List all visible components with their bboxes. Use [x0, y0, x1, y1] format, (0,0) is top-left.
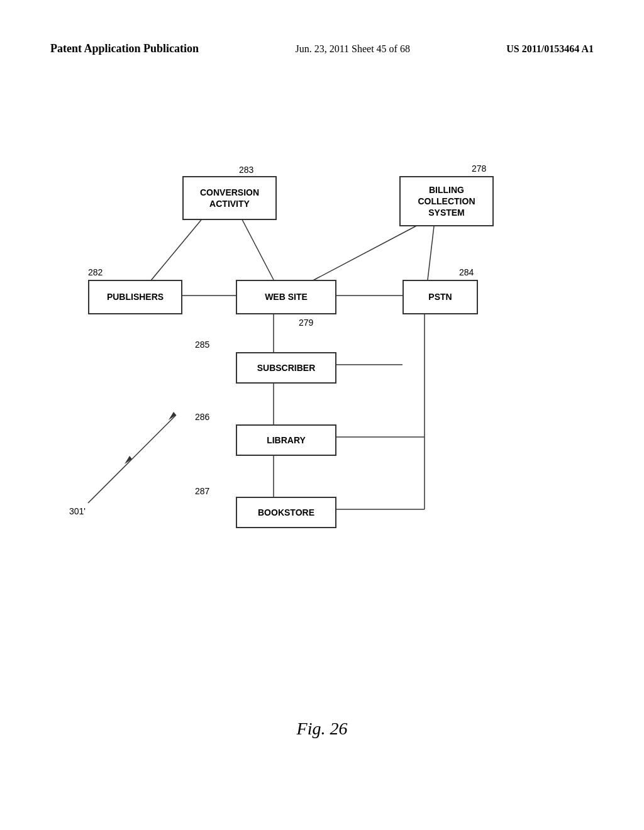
- conversion-activity-label: CONVERSIONACTIVITY: [200, 187, 259, 209]
- ref-278: 278: [472, 163, 486, 174]
- ref-287: 287: [195, 486, 209, 496]
- library-box: LIBRARY: [236, 424, 336, 456]
- ref-282: 282: [88, 267, 103, 277]
- library-label: LIBRARY: [267, 434, 306, 446]
- diagram: CONVERSIONACTIVITY 283 BILLINGCOLLECTION…: [50, 126, 591, 629]
- conversion-activity-box: CONVERSIONACTIVITY: [182, 176, 277, 220]
- sheet-info: Jun. 23, 2011 Sheet 45 of 68: [295, 43, 410, 55]
- pstn-label: PSTN: [428, 291, 452, 302]
- svg-line-14: [88, 459, 132, 503]
- billing-collection-label: BILLINGCOLLECTIONSYSTEM: [418, 184, 475, 219]
- website-box: WEB SITE: [236, 280, 336, 314]
- svg-line-5: [148, 214, 206, 284]
- ref-283: 283: [239, 165, 253, 175]
- publishers-box: PUBLISHERS: [88, 280, 182, 314]
- publication-title: Patent Application Publication: [50, 42, 199, 55]
- svg-line-15: [132, 415, 176, 459]
- subscriber-label: SUBSCRIBER: [257, 362, 316, 374]
- website-label: WEB SITE: [265, 291, 308, 302]
- publishers-label: PUBLISHERS: [107, 291, 164, 302]
- ref-279: 279: [299, 318, 313, 328]
- figure-caption: Fig. 26: [0, 719, 644, 739]
- ref-301: 301': [69, 506, 86, 516]
- svg-line-4: [428, 226, 434, 280]
- page-header: Patent Application Publication Jun. 23, …: [0, 42, 644, 55]
- bookstore-box: BOOKSTORE: [236, 497, 336, 528]
- ref-285: 285: [195, 340, 209, 350]
- bookstore-label: BOOKSTORE: [258, 507, 314, 518]
- ref-284: 284: [459, 267, 474, 277]
- svg-line-3: [308, 223, 421, 283]
- patent-number: US 2011/0153464 A1: [506, 43, 594, 55]
- ref-286: 286: [195, 412, 209, 422]
- billing-collection-box: BILLINGCOLLECTIONSYSTEM: [399, 176, 494, 226]
- pstn-box: PSTN: [402, 280, 478, 314]
- subscriber-box: SUBSCRIBER: [236, 352, 336, 384]
